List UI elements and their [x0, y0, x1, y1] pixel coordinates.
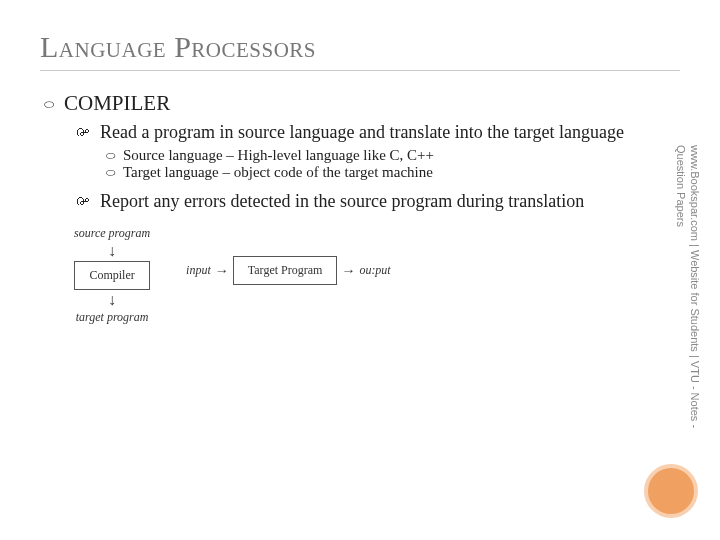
bullet-text: Report any errors detected in the source…: [100, 191, 584, 212]
swirl-bullet-icon: ൙: [76, 193, 92, 211]
bullet-item: ൙ Read a program in source language and …: [76, 122, 680, 143]
ring-bullet-icon: ⬭: [44, 97, 54, 112]
compiler-diagram: source program ↓ Compiler ↓ target progr…: [74, 226, 150, 325]
swirl-bullet-icon: ൙: [76, 124, 92, 142]
arrow-down-icon: ↓: [108, 292, 116, 308]
arrow-down-icon: ↓: [108, 243, 116, 259]
diagram-label-source: source program: [74, 226, 150, 241]
diagram-label-output: ou:put: [359, 263, 390, 278]
sub-bullet-text: Target language – object code of the tar…: [123, 164, 433, 181]
sub-bullet-item: ⬭ Target language – object code of the t…: [106, 164, 680, 181]
level3-group: ⬭ Source language – High-level language …: [106, 147, 680, 181]
diagrams-area: source program ↓ Compiler ↓ target progr…: [74, 226, 680, 325]
section-heading: ⬭ COMPILER: [44, 91, 680, 116]
target-program-diagram: input → Target Program → ou:put: [186, 256, 391, 285]
diagram-label-target: target program: [76, 310, 149, 325]
bullet-item: ൙ Report any errors detected in the sour…: [76, 191, 680, 212]
decorative-circle-icon: [644, 464, 698, 518]
arrow-right-icon: →: [215, 263, 229, 279]
section-label: COMPILER: [64, 91, 170, 116]
slide: Language Processors ⬭ COMPILER ൙ Read a …: [0, 0, 720, 540]
sub-bullet-item: ⬭ Source language – High-level language …: [106, 147, 680, 164]
diagram-box-compiler: Compiler: [74, 261, 149, 290]
diagram-box-target: Target Program: [233, 256, 338, 285]
ring-bullet-icon: ⬭: [106, 149, 115, 162]
slide-title: Language Processors: [40, 30, 680, 71]
sub-bullet-text: Source language – High-level language li…: [123, 147, 434, 164]
slide-body: ⬭ COMPILER ൙ Read a program in source la…: [40, 91, 680, 325]
sidebar-watermark: www.Bookspar.com | Website for Students …: [673, 145, 702, 455]
ring-bullet-icon: ⬭: [106, 166, 115, 179]
arrow-right-icon: →: [341, 263, 355, 279]
bullet-text: Read a program in source language and tr…: [100, 122, 624, 143]
diagram-label-input: input: [186, 263, 211, 278]
level2-group: ൙ Read a program in source language and …: [76, 122, 680, 212]
